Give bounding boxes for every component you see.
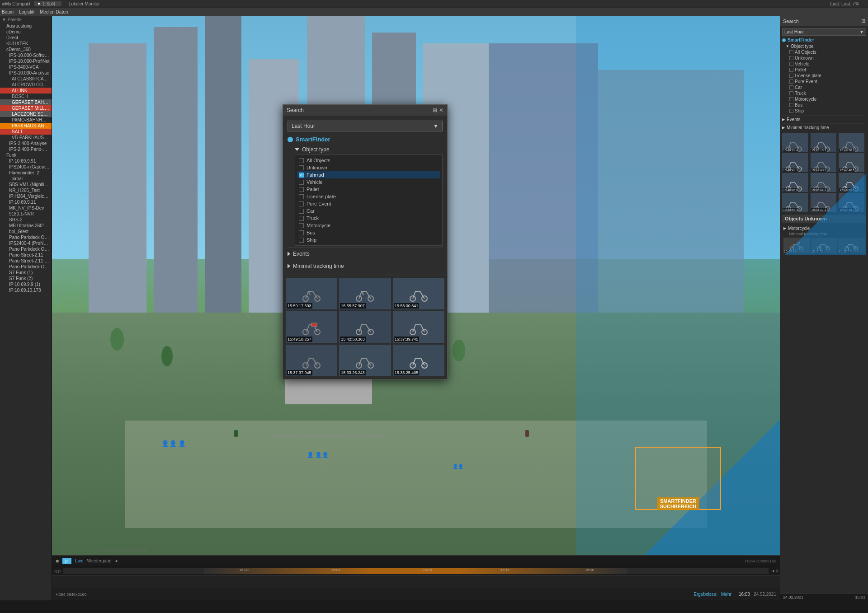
- menu-logistik[interactable]: Logistik: [19, 9, 34, 14]
- record-icon[interactable]: ●: [115, 558, 118, 563]
- rp-obj-lp[interactable]: License plate: [789, 73, 866, 79]
- sidebar-item-salt[interactable]: SALT: [0, 129, 52, 135]
- rp-events-section[interactable]: ▶ Events: [782, 115, 866, 123]
- rp-thumb-9[interactable]: 15:45:58.6: [839, 173, 864, 192]
- rp-cb-truck[interactable]: [789, 91, 793, 95]
- obj-moto-checkbox[interactable]: [299, 223, 304, 228]
- sidebar-item-ip1[interactable]: IP:10.69.9.91: [0, 158, 52, 164]
- thumb-7[interactable]: 15:37:37.945: [286, 345, 337, 376]
- smartfinder-toggle[interactable]: SmartFinder: [288, 136, 443, 143]
- sidebar-item-ip9-1[interactable]: IP:10.69.9.9 (1): [0, 281, 52, 287]
- menu-baum[interactable]: Baum: [2, 9, 14, 14]
- sidebar-item-ip10[interactable]: IP:10.69.10.173: [0, 287, 52, 293]
- rp-obj-pallet[interactable]: Pallet: [789, 67, 866, 73]
- sidebar-item-pano-og1-1[interactable]: Pano Parkdeck OG1 (1): [0, 234, 52, 240]
- rp-obj-bus[interactable]: Bus: [789, 102, 866, 108]
- sidebar-item-direct[interactable]: Direct: [0, 35, 52, 41]
- sidebar-item-geraset-bf[interactable]: GERASET BAHNHOF: [0, 99, 52, 105]
- rp-obj-type-header[interactable]: ▼ Object type: [786, 43, 866, 49]
- rp-sf-title[interactable]: SmartFinder: [782, 37, 866, 42]
- sidebar-item-srs2[interactable]: SRS-2: [0, 217, 52, 223]
- sidebar-item-cdemo360[interactable]: cDemo_360: [0, 47, 52, 52]
- obj-unknown-checkbox[interactable]: [299, 165, 304, 170]
- rp-cb-car[interactable]: [789, 85, 793, 89]
- sidebar-item-ai-link[interactable]: AI LINK: [0, 88, 52, 94]
- obj-lp-checkbox[interactable]: [299, 194, 304, 199]
- obj-truck[interactable]: Truck: [297, 215, 440, 222]
- stop-icon[interactable]: ■: [56, 558, 59, 564]
- sidebar-item-ladezon[interactable]: LADEZONE SERS410: [0, 111, 52, 117]
- obj-licenseplate[interactable]: License plate: [297, 193, 440, 200]
- obj-unknown[interactable]: Unknown: [297, 164, 440, 171]
- obj-ship[interactable]: Ship: [297, 236, 440, 243]
- rp-thumb-8[interactable]: 15:46:44.2: [811, 173, 836, 192]
- sidebar-item-ip2[interactable]: IP:10.69.9.11: [0, 199, 52, 205]
- obj-motorcycle[interactable]: Motorcycle: [297, 222, 440, 229]
- sidebar-item-ai-class[interactable]: AI CLASSIFICATION: [0, 76, 52, 82]
- thumb-5[interactable]: 15:42:58.363: [339, 311, 391, 343]
- rp-cb-pallet[interactable]: [789, 68, 793, 72]
- sidebar-item-kulixtek[interactable]: KULIXTEK: [0, 41, 52, 47]
- moto-thumb-3[interactable]: 15:38:47: [838, 238, 865, 253]
- sidebar-item-ips24-gw[interactable]: IPS2400-i (Gatewep/Parken): [0, 164, 52, 170]
- rp-cb-ship[interactable]: [789, 109, 793, 113]
- obj-car[interactable]: Car: [297, 207, 440, 215]
- sidebar-item-ips10k-an[interactable]: IPS-10.000-Analyse: [0, 70, 52, 76]
- sidebar-item-ips24-an[interactable]: IPS-2.400-Analyse: [0, 140, 52, 146]
- obj-pallet-checkbox[interactable]: [299, 187, 304, 192]
- sidebar-item-geraset-mil[interactable]: GERASET MILLIUS: [0, 105, 52, 111]
- thumb-2[interactable]: 15:55:57.907: [339, 278, 391, 309]
- sidebar-item-pano-st1[interactable]: Pano Street-2.11: [0, 252, 52, 258]
- sidebar-item-ai-crowd[interactable]: AI CROWD COUNTING: [0, 82, 52, 88]
- rp-cb-moto[interactable]: [789, 97, 793, 101]
- sidebar-item-9180[interactable]: 9180.1-NVR: [0, 211, 52, 217]
- rp-obj-all[interactable]: All Objects: [789, 49, 866, 55]
- obj-bus[interactable]: Bus: [297, 229, 440, 236]
- sidebar-item-ips10k-pn[interactable]: IPS-10.000-ProfiNet: [0, 58, 52, 64]
- search-dialog-close[interactable]: ✕: [439, 107, 443, 113]
- moto-thumb-1[interactable]: 15:43:18: [783, 238, 810, 253]
- rp-cb-lp[interactable]: [789, 74, 793, 78]
- motorcycle-row[interactable]: ▶ Motorcycle: [783, 226, 865, 231]
- thumb-6[interactable]: 15:37:39.745: [393, 311, 444, 343]
- obj-pureevent[interactable]: Pure Event: [297, 200, 440, 207]
- live-label[interactable]: Live: [75, 558, 83, 563]
- sidebar-item-ips24-4[interactable]: IPS2400-4 (ProNet 13.50Z): [0, 240, 52, 246]
- rp-thumb-1[interactable]: 15:49:18.4: [782, 133, 808, 152]
- sidebar-item-parkhaus[interactable]: PARKHAUS-ANALYSE: [0, 123, 52, 129]
- sidebar-item-mb-ultra[interactable]: MB Ultraline 360° Park EG: [0, 223, 52, 229]
- rp-thumb-2[interactable]: 15:49:15.7: [811, 133, 836, 152]
- play-button[interactable]: ▷: [62, 558, 71, 564]
- thumb-4[interactable]: 15:49:18.257: [286, 311, 337, 343]
- rp-obj-vehicle[interactable]: Vehicle: [789, 61, 866, 67]
- sidebar-item-biroal[interactable]: _biroal: [0, 176, 52, 182]
- sidebar-item-s7-1[interactable]: S7 Funk (1): [0, 270, 52, 276]
- sidebar-item-vb[interactable]: VB-PARKHAUS-ULTRA: [0, 135, 52, 140]
- rp-obj-unknown[interactable]: Unknown: [789, 55, 866, 61]
- sidebar-item-bosch[interactable]: BOSCH: [0, 94, 52, 99]
- obj-bus-checkbox[interactable]: [299, 230, 304, 235]
- rp-cb-unknown[interactable]: [789, 56, 793, 60]
- menu-medien[interactable]: Medien Daten: [40, 9, 68, 14]
- obj-vehicle-checkbox[interactable]: [299, 180, 304, 185]
- obj-all-checkbox[interactable]: [299, 158, 304, 163]
- obj-pallet[interactable]: Pallet: [297, 186, 440, 193]
- sidebar-item-s7-2[interactable]: S7 Funk (2): [0, 276, 52, 281]
- sidebar-item-flaeum[interactable]: Flaeuminder_2: [0, 170, 52, 176]
- rp-obj-pe[interactable]: Pure Event: [789, 79, 866, 84]
- sidebar-item-pamo[interactable]: PAMO-BAHNHOFSPLATZ: [0, 117, 52, 123]
- rp-thumb-6[interactable]: 15:47:46.5: [839, 153, 864, 172]
- obj-fahrrad-checkbox[interactable]: [299, 173, 304, 178]
- mehr-label[interactable]: Mehr: [721, 592, 731, 597]
- rp-tracking-section[interactable]: ▶ Minimal tracking time: [782, 123, 866, 131]
- moto-thumb-2[interactable]: 15:40:51: [811, 238, 838, 253]
- rp-thumb-4[interactable]: 15:48:42.1: [782, 153, 808, 172]
- rp-thumb-5[interactable]: 15:47:48.3: [811, 153, 836, 172]
- rp-cb-all[interactable]: [789, 50, 793, 54]
- obj-car-checkbox[interactable]: [299, 209, 304, 214]
- app-tab[interactable]: ▼ 1 Split: [34, 1, 61, 6]
- sidebar-item-nr-h265[interactable]: NR_H265_Test: [0, 187, 52, 193]
- rp-obj-ship[interactable]: Ship: [789, 108, 866, 114]
- sidebar-item-ips24-pano[interactable]: IPS-2.400-Pano-360: [0, 146, 52, 152]
- sidebar-item-bbl[interactable]: bbl_Gtest: [0, 229, 52, 234]
